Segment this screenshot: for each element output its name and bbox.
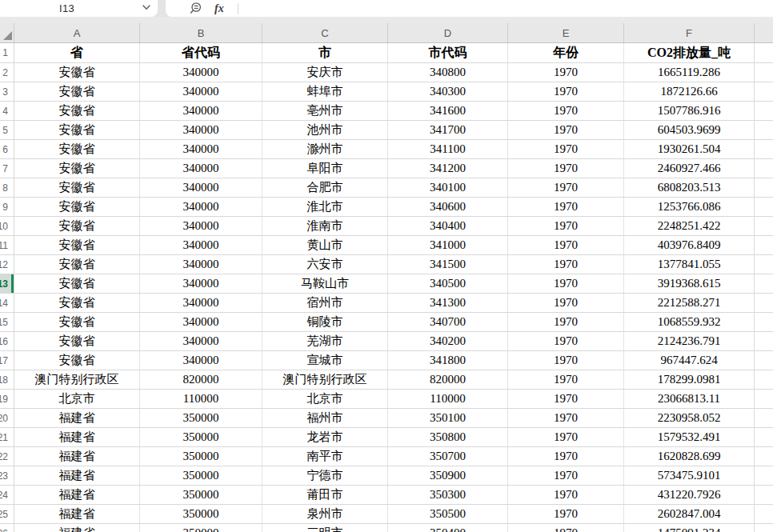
cell[interactable]: 福建省: [14, 466, 140, 485]
cell[interactable]: 350000: [140, 409, 262, 427]
name-box-value[interactable]: I13: [59, 2, 74, 14]
cell[interactable]: 福建省: [14, 505, 140, 523]
cell[interactable]: 六安市: [262, 255, 388, 274]
cell[interactable]: 1970: [508, 486, 624, 504]
cell[interactable]: 安徽省: [14, 313, 140, 331]
row-header-23[interactable]: 23: [0, 466, 14, 485]
cell[interactable]: 1970: [508, 447, 624, 466]
cell[interactable]: [755, 255, 773, 274]
cell[interactable]: [755, 351, 773, 370]
cell[interactable]: [755, 217, 773, 235]
cell[interactable]: 1970: [508, 351, 624, 370]
cell[interactable]: 110000: [388, 390, 508, 408]
cell[interactable]: [755, 466, 773, 485]
cell[interactable]: [755, 159, 773, 178]
cell[interactable]: 马鞍山市: [262, 274, 388, 293]
chevron-down-icon[interactable]: [142, 5, 150, 10]
cell[interactable]: 阜阳市: [262, 159, 388, 178]
cell[interactable]: 1970: [508, 370, 624, 389]
cell[interactable]: 340500: [388, 274, 508, 293]
cell[interactable]: 1253766.086: [624, 198, 755, 216]
cell[interactable]: 淮南市: [262, 217, 388, 235]
cell[interactable]: 泉州市: [262, 505, 388, 523]
cell[interactable]: [755, 140, 773, 158]
cell[interactable]: 福建省: [14, 428, 140, 446]
cell[interactable]: 340700: [388, 313, 508, 331]
cell[interactable]: 1970: [508, 466, 624, 485]
cell[interactable]: 福州市: [262, 409, 388, 427]
cell[interactable]: 合肥市: [262, 178, 388, 197]
cell[interactable]: 350000: [140, 524, 262, 532]
cell[interactable]: 安徽省: [14, 217, 140, 235]
cell[interactable]: 2212588.271: [624, 294, 755, 312]
name-box[interactable]: I13: [0, 0, 158, 17]
cell[interactable]: 2248251.422: [624, 217, 755, 235]
cell[interactable]: 安徽省: [14, 255, 140, 274]
cell[interactable]: 安徽省: [14, 63, 140, 82]
cell[interactable]: 1507786.916: [624, 102, 755, 120]
cell[interactable]: 龙岩市: [262, 428, 388, 446]
cell[interactable]: [755, 447, 773, 466]
cell[interactable]: 安徽省: [14, 294, 140, 312]
cell[interactable]: 福建省: [14, 486, 140, 504]
cell[interactable]: 1579532.491: [624, 428, 755, 446]
cell[interactable]: 2602847.004: [624, 505, 755, 523]
cell[interactable]: [755, 313, 773, 331]
cell[interactable]: [755, 236, 773, 254]
row-header-13[interactable]: 13: [0, 274, 14, 293]
cell[interactable]: 安徽省: [14, 102, 140, 120]
cell[interactable]: 604503.9699: [624, 121, 755, 139]
cell[interactable]: 1970: [508, 524, 624, 532]
row-header-18[interactable]: 18: [0, 370, 14, 389]
cell[interactable]: 820000: [388, 370, 508, 389]
cell[interactable]: [755, 82, 773, 101]
cell[interactable]: 340000: [140, 102, 262, 120]
cell[interactable]: 340000: [140, 236, 262, 254]
cell[interactable]: 2230958.052: [624, 409, 755, 427]
cell[interactable]: 1970: [508, 390, 624, 408]
cell[interactable]: 三明市: [262, 524, 388, 532]
cell[interactable]: CO2排放量_吨: [624, 43, 755, 62]
cell[interactable]: 1872126.66: [624, 82, 755, 101]
cell[interactable]: 1970: [508, 102, 624, 120]
cell[interactable]: [755, 370, 773, 389]
cell[interactable]: 350000: [140, 447, 262, 466]
row-header-26[interactable]: 26: [0, 524, 14, 532]
row-header-9[interactable]: 9: [0, 198, 14, 216]
cell[interactable]: 340000: [140, 274, 262, 293]
cell[interactable]: 2460927.466: [624, 159, 755, 178]
cell[interactable]: 黄山市: [262, 236, 388, 254]
cell[interactable]: 1970: [508, 63, 624, 82]
cell[interactable]: 莆田市: [262, 486, 388, 504]
cell[interactable]: 341800: [388, 351, 508, 370]
cell[interactable]: 340000: [140, 294, 262, 312]
cell[interactable]: 安徽省: [14, 159, 140, 178]
cell[interactable]: [755, 43, 773, 62]
formula-input[interactable]: [238, 0, 773, 17]
cell[interactable]: 340400: [388, 217, 508, 235]
column-header-C[interactable]: C: [262, 23, 388, 42]
cell[interactable]: [755, 198, 773, 216]
row-header-24[interactable]: 24: [0, 486, 14, 504]
cell[interactable]: 1970: [508, 159, 624, 178]
row-header-7[interactable]: 7: [0, 159, 14, 178]
column-header-F[interactable]: F: [624, 23, 755, 42]
cell[interactable]: 340800: [388, 63, 508, 82]
cell[interactable]: 340000: [140, 217, 262, 235]
column-header-partial[interactable]: [755, 23, 773, 42]
cell[interactable]: 1970: [508, 505, 624, 523]
fx-icon[interactable]: fx: [214, 2, 224, 15]
row-header-10[interactable]: 10: [0, 217, 14, 235]
cell[interactable]: 安徽省: [14, 198, 140, 216]
formula-bar[interactable]: fx: [166, 0, 773, 17]
cell[interactable]: 403976.8409: [624, 236, 755, 254]
cell[interactable]: 市代码: [388, 43, 508, 62]
row-header-5[interactable]: 5: [0, 121, 14, 139]
cell[interactable]: [755, 63, 773, 82]
cell[interactable]: 亳州市: [262, 102, 388, 120]
cell[interactable]: 福建省: [14, 409, 140, 427]
cell[interactable]: 350000: [140, 466, 262, 485]
cell[interactable]: 北京市: [14, 390, 140, 408]
row-header-17[interactable]: 17: [0, 351, 14, 370]
cell[interactable]: [755, 121, 773, 139]
